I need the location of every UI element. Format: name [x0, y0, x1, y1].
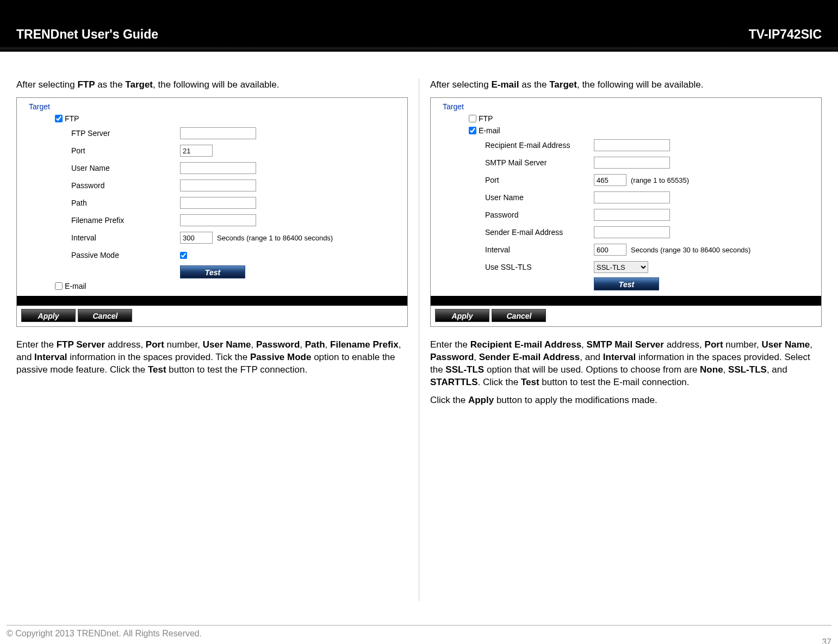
smtp-label: SMTP Mail Server	[485, 158, 594, 167]
divider-strip-email	[431, 296, 821, 306]
email-checkbox[interactable]	[469, 127, 476, 134]
ftp-interval-hint: Seconds (range 1 to 86400 seconds)	[217, 234, 333, 242]
ftp-description: Enter the FTP Server address, Port numbe…	[16, 339, 408, 376]
email-user-input[interactable]	[594, 191, 670, 203]
email-port-input[interactable]	[594, 174, 626, 186]
email-interval-hint: Seconds (range 30 to 86400 seconds)	[631, 246, 750, 254]
ftp-passive-label: Passive Mode	[71, 251, 180, 259]
email-test-button[interactable]: Test	[594, 277, 659, 290]
email-password-label: Password	[485, 210, 594, 219]
email-cancel-button[interactable]: Cancel	[492, 309, 546, 322]
email-intro: After selecting E-mail as the Target, th…	[430, 79, 821, 91]
ftp-checkbox[interactable]	[55, 115, 63, 122]
email-checkbox-row2: E-mail	[436, 126, 816, 135]
ftp-cancel-button[interactable]: Cancel	[78, 309, 132, 322]
email-interval-input[interactable]	[594, 244, 626, 256]
email-checkbox-row: E-mail	[22, 282, 402, 290]
ftp-passive-checkbox[interactable]	[180, 252, 187, 259]
target-heading-email: Target	[436, 102, 816, 111]
left-column: After selecting FTP as the Target, the f…	[5, 79, 419, 601]
right-column: After selecting E-mail as the Target, th…	[419, 79, 832, 601]
page-footer: © Copyright 2013 TRENDnet. All Rights Re…	[7, 625, 831, 639]
ftp-interval-input[interactable]	[180, 232, 213, 244]
email-checkbox-label: E-mail	[479, 126, 500, 135]
content-columns: After selecting FTP as the Target, the f…	[0, 52, 838, 601]
ftp-prefix-label: Filename Prefix	[71, 216, 180, 225]
target-heading: Target	[22, 102, 402, 111]
smtp-input[interactable]	[594, 157, 670, 169]
ftp-checkbox-row: FTP	[22, 114, 402, 123]
ftp-user-label: User Name	[71, 164, 180, 172]
ftp-server-input[interactable]	[180, 127, 256, 139]
page-header: TRENDnet User's Guide TV-IP742SIC	[0, 0, 838, 52]
ftp-screenshot: Target FTP FTP Server Port User Name Pas…	[16, 97, 408, 327]
sender-label: Sender E-mail Address	[485, 228, 594, 237]
ftp-prefix-input[interactable]	[180, 214, 256, 226]
model-number: TV-IP742SIC	[749, 27, 822, 42]
ftp-path-label: Path	[71, 199, 180, 207]
ftp-interval-label: Interval	[71, 233, 180, 242]
ftp-port-input[interactable]	[180, 145, 213, 157]
email-ftp-label: FTP	[479, 114, 493, 123]
page-number: 37	[822, 637, 831, 644]
email-description: Enter the Recipient E-mail Address, SMTP…	[430, 339, 821, 389]
email-ftp-checkbox-row: FTP	[436, 114, 816, 123]
divider-strip	[17, 296, 407, 306]
recipient-input[interactable]	[594, 139, 670, 151]
ftp-password-label: Password	[71, 181, 180, 190]
ftp-path-input[interactable]	[180, 197, 256, 209]
email-ftp-checkbox[interactable]	[469, 115, 476, 122]
email-interval-label: Interval	[485, 245, 594, 254]
email-port-label: Port	[485, 176, 594, 184]
ftp-email-checkbox[interactable]	[55, 282, 63, 290]
apply-description: Click the Apply button to apply the modi…	[430, 394, 821, 407]
ftp-port-label: Port	[71, 146, 180, 155]
ftp-apply-button[interactable]: Apply	[21, 309, 76, 322]
ssl-select[interactable]: SSL-TLS	[594, 261, 648, 273]
recipient-label: Recipient E-mail Address	[485, 141, 594, 150]
copyright-text: © Copyright 2013 TRENDnet. All Rights Re…	[7, 629, 202, 639]
ssl-label: Use SSL-TLS	[485, 263, 594, 271]
email-port-hint: (range 1 to 65535)	[631, 176, 689, 184]
sender-input[interactable]	[594, 226, 670, 238]
email-apply-button[interactable]: Apply	[435, 309, 489, 322]
ftp-email-label: E-mail	[65, 282, 86, 290]
ftp-intro: After selecting FTP as the Target, the f…	[16, 79, 408, 91]
email-password-input[interactable]	[594, 209, 670, 221]
email-user-label: User Name	[485, 193, 594, 202]
guide-title: TRENDnet User's Guide	[16, 27, 158, 42]
ftp-test-button[interactable]: Test	[180, 265, 245, 278]
ftp-password-input[interactable]	[180, 179, 256, 191]
email-screenshot: Target FTP E-mail Recipient E-mail Addre…	[430, 97, 822, 327]
ftp-user-input[interactable]	[180, 162, 256, 174]
ftp-server-label: FTP Server	[71, 129, 180, 138]
ftp-checkbox-label: FTP	[65, 114, 79, 123]
